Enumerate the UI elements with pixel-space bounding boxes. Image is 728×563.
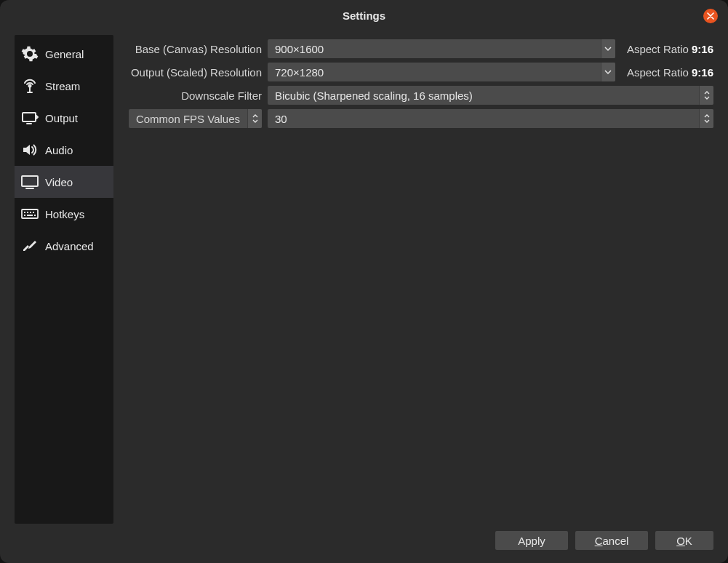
sidebar-item-label: Stream [45, 80, 80, 92]
sidebar-item-hotkeys[interactable]: Hotkeys [15, 198, 113, 230]
base-aspect-ratio: Aspect Ratio 9:16 [621, 43, 713, 55]
close-button[interactable] [703, 9, 718, 23]
sidebar-item-label: Audio [45, 144, 73, 156]
output-resolution-combo[interactable]: 720×1280 [268, 63, 615, 81]
gear-icon [19, 45, 41, 63]
button-label: OK [676, 535, 692, 547]
monitor-icon [19, 173, 41, 191]
sidebar-item-general[interactable]: General [15, 38, 113, 70]
settings-window: Settings General Stream [0, 0, 728, 563]
ok-button[interactable]: OK [655, 531, 713, 550]
sidebar-item-label: Video [45, 176, 73, 188]
base-resolution-value: 900×1600 [275, 43, 601, 55]
fps-value: 30 [275, 113, 699, 125]
sidebar-item-audio[interactable]: Audio [15, 134, 113, 166]
output-aspect-ratio: Aspect Ratio 9:16 [621, 66, 713, 79]
cancel-button[interactable]: Cancel [575, 531, 648, 550]
tools-icon [19, 237, 41, 255]
updown-icon [699, 109, 713, 128]
sidebar-item-label: Hotkeys [45, 208, 84, 220]
chevron-down-icon [601, 63, 615, 81]
downscale-filter-value: Bicubic (Sharpened scaling, 16 samples) [275, 89, 699, 102]
close-icon [707, 12, 714, 20]
output-resolution-label: Output (Scaled) Resolution [128, 66, 262, 79]
svg-rect-1 [23, 113, 36, 121]
updown-icon [699, 86, 713, 105]
dialog-footer: Apply Cancel OK [15, 524, 713, 550]
sidebar-item-label: Advanced [45, 240, 94, 252]
base-resolution-row: Base (Canvas) Resolution 900×1600 Aspect… [128, 39, 713, 58]
updown-icon [247, 109, 262, 128]
video-settings-panel: Base (Canvas) Resolution 900×1600 Aspect… [128, 35, 713, 524]
titlebar: Settings [0, 0, 728, 31]
button-label: Apply [518, 535, 545, 547]
sidebar-item-stream[interactable]: Stream [15, 70, 113, 102]
sidebar-item-label: General [45, 48, 84, 60]
sidebar-item-label: Output [45, 112, 78, 124]
aspect-value: 9:16 [692, 43, 713, 55]
fps-mode-selector[interactable]: Common FPS Values [129, 109, 262, 128]
base-resolution-label: Base (Canvas) Resolution [128, 43, 262, 55]
sidebar-item-output[interactable]: Output [15, 102, 113, 134]
window-body: General Stream Output [0, 31, 728, 563]
svg-rect-2 [22, 176, 38, 186]
fps-value-combo[interactable]: 30 [268, 109, 713, 128]
sidebar-item-video[interactable]: Video [15, 166, 113, 198]
antenna-icon [19, 77, 41, 95]
aspect-value: 9:16 [692, 66, 713, 79]
output-resolution-row: Output (Scaled) Resolution 720×1280 Aspe… [128, 63, 713, 81]
sidebar-item-advanced[interactable]: Advanced [15, 230, 113, 262]
output-icon [19, 109, 41, 127]
apply-button[interactable]: Apply [495, 531, 568, 550]
fps-row: Common FPS Values 30 [128, 109, 713, 128]
output-resolution-value: 720×1280 [275, 66, 601, 79]
base-resolution-combo[interactable]: 900×1600 [268, 39, 615, 58]
chevron-down-icon [601, 39, 615, 58]
fps-mode-label: Common FPS Values [129, 113, 247, 125]
downscale-filter-label: Downscale Filter [128, 89, 262, 102]
window-title: Settings [343, 9, 385, 22]
svg-rect-3 [22, 209, 38, 218]
content-row: General Stream Output [15, 35, 713, 524]
button-label: Cancel [595, 535, 629, 547]
downscale-filter-combo[interactable]: Bicubic (Sharpened scaling, 16 samples) [268, 86, 713, 105]
aspect-label: Aspect Ratio [627, 43, 689, 55]
aspect-label: Aspect Ratio [627, 66, 689, 79]
keyboard-icon [19, 205, 41, 223]
downscale-filter-row: Downscale Filter Bicubic (Sharpened scal… [128, 86, 713, 105]
speaker-icon [19, 141, 41, 159]
settings-sidebar: General Stream Output [15, 35, 113, 524]
